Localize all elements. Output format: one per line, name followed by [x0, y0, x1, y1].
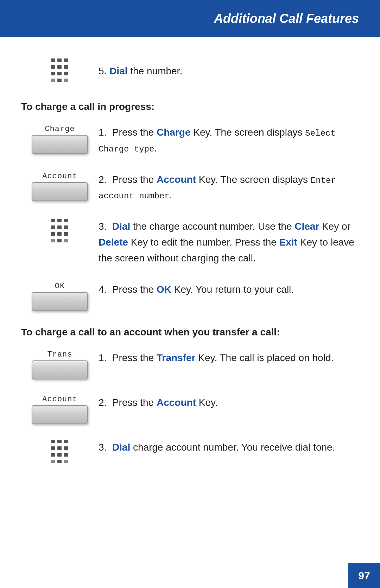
account-key-button-1: Account	[32, 172, 88, 201]
numpad-grid-3	[51, 440, 69, 465]
charge-key-icon: Charge	[21, 125, 99, 154]
section1-step4-row: OK 4. Press the OK Key. You return to yo…	[21, 282, 359, 311]
section1-step1-row: Charge 1. Press the Charge Key. The scre…	[21, 125, 359, 156]
section2-step1-row: Trans 1. Press the Transfer Key. The cal…	[21, 350, 359, 379]
ok-key-icon: OK	[21, 282, 99, 311]
section1-step3-row: 3. Dial the charge account number. Use t…	[21, 219, 359, 266]
header-title: Additional Call Features	[214, 11, 359, 26]
main-content: 5. Dial the number. To charge a call in …	[0, 37, 380, 501]
top-step-row: 5. Dial the number.	[21, 58, 359, 83]
page-number: 97	[358, 570, 370, 582]
account-link-1: Account	[157, 174, 196, 185]
section2-step2-text: 2. Press the Account Key.	[99, 395, 359, 411]
header-bar: Additional Call Features	[0, 0, 380, 37]
account-key-rect-2	[32, 405, 88, 424]
s2-step1-number: 1.	[99, 352, 112, 363]
top-step-dial-link: Dial	[109, 66, 127, 76]
section1-step2-text: 2. Press the Account Key. The screen dis…	[99, 172, 359, 204]
account-key-label-1: Account	[42, 172, 77, 181]
page-number-box: 97	[348, 563, 380, 588]
account-key-rect-1	[32, 182, 88, 201]
section1-step4-text: 4. Press the OK Key. You return to your …	[99, 282, 359, 298]
trans-key-button: Trans	[32, 350, 88, 379]
ok-key-label: OK	[55, 282, 65, 291]
charge-mono: Select Charge type	[99, 129, 336, 154]
section2-step2-row: Account 2. Press the Account Key.	[21, 395, 359, 424]
section2-header: To charge a call to an account when you …	[21, 327, 359, 338]
trans-key-icon: Trans	[21, 350, 99, 379]
charge-key-button: Charge	[32, 125, 88, 154]
s2-step2-number: 2.	[99, 397, 109, 408]
numpad-grid-2	[51, 219, 69, 244]
section2-step3-row: 3. Dial charge account number. You recei…	[21, 440, 359, 465]
charge-key-rect	[32, 135, 88, 154]
transfer-link: Transfer	[157, 352, 196, 363]
numpad-icon-3	[21, 440, 99, 465]
account-key-icon-1: Account	[21, 172, 99, 201]
account-link-2: Account	[157, 397, 196, 408]
numpad-grid	[51, 58, 69, 83]
section1-step2-row: Account 2. Press the Account Key. The sc…	[21, 172, 359, 204]
exit-link: Exit	[279, 237, 297, 248]
section1-step1-text: 1. Press the Charge Key. The screen disp…	[99, 125, 359, 156]
step4-number: 4.	[99, 284, 112, 295]
section2-step3-text: 3. Dial charge account number. You recei…	[99, 440, 359, 456]
account-key-label-2: Account	[42, 395, 77, 404]
ok-key-button: OK	[32, 282, 88, 311]
ok-key-rect	[32, 292, 88, 311]
section2-block: To charge a call to an account when you …	[21, 327, 359, 465]
account-key-icon-2: Account	[21, 395, 99, 424]
numpad-icon-2	[21, 219, 99, 244]
step3-number: 3.	[99, 221, 112, 232]
delete-link: Delete	[99, 237, 128, 248]
account-key-button-2: Account	[32, 395, 88, 424]
dial-link-3: Dial	[112, 442, 130, 453]
ok-link: OK	[157, 284, 171, 295]
top-step-number: 5.	[99, 66, 107, 76]
dial-link-2: Dial	[112, 221, 130, 232]
s2-step3-number: 3.	[99, 442, 112, 453]
step1-number: 1.	[99, 127, 112, 138]
top-step-text: 5. Dial the number.	[99, 64, 359, 79]
trans-key-label: Trans	[47, 350, 72, 359]
charge-link: Charge	[157, 127, 190, 138]
clear-link: Clear	[294, 221, 319, 232]
trans-key-rect	[32, 360, 88, 379]
section1-header: To charge a call in progress:	[21, 101, 359, 112]
account-mono: Enter account number	[99, 176, 336, 201]
section2-step1-text: 1. Press the Transfer Key. The call is p…	[99, 350, 359, 366]
top-step-suffix: the number.	[128, 66, 183, 76]
numpad-icon-top	[21, 58, 99, 83]
step2-number: 2.	[99, 174, 112, 185]
charge-key-label: Charge	[45, 125, 75, 134]
section1-block: To charge a call in progress: Charge 1. …	[21, 101, 359, 311]
section1-step3-text: 3. Dial the charge account number. Use t…	[99, 219, 359, 266]
